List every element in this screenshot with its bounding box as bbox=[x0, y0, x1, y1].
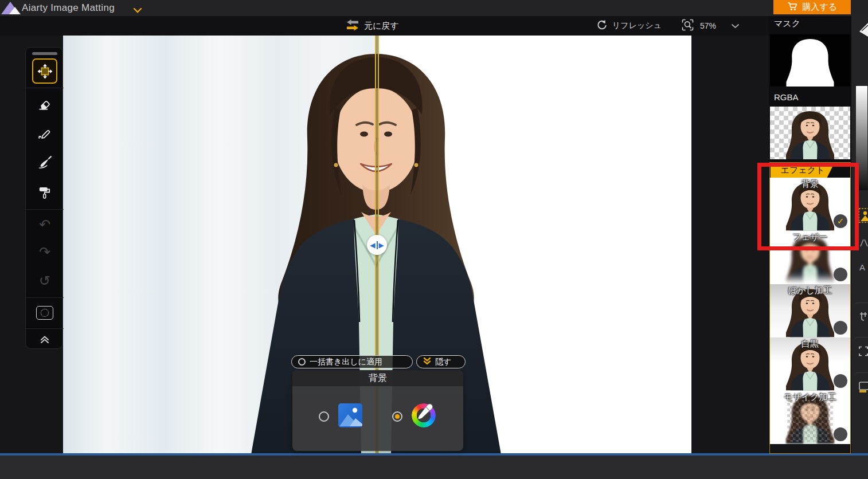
pen-icon bbox=[37, 126, 52, 141]
effect-badge[interactable] bbox=[834, 321, 847, 335]
reset-compare-button[interactable]: 元に戻す bbox=[346, 16, 399, 36]
eyedropper-icon bbox=[414, 403, 433, 425]
compare-slider-handle[interactable]: ◀ ▶ bbox=[367, 235, 387, 255]
tool-reset-history[interactable]: ↺ bbox=[26, 269, 64, 293]
partial-crop-icon[interactable] bbox=[859, 346, 868, 359]
apply-batch-label: 一括書き出しに適用 bbox=[310, 357, 382, 367]
double-chevron-up-icon bbox=[38, 335, 51, 344]
title-bar: Aiarty Image Matting 購入する bbox=[0, 0, 868, 16]
effect-badge[interactable] bbox=[834, 374, 847, 388]
zoom-control[interactable]: 57% bbox=[681, 16, 740, 36]
tool-divider bbox=[26, 209, 64, 210]
effects-list-footer bbox=[770, 444, 850, 454]
partial-slash-icon[interactable] bbox=[859, 238, 868, 250]
undo-icon: ↶ bbox=[39, 218, 50, 231]
color-background-radio[interactable] bbox=[392, 411, 402, 422]
effects-tab[interactable]: エフェクト bbox=[771, 162, 835, 178]
tool-divider bbox=[26, 88, 64, 88]
effect-item-background[interactable]: 背景 ✓ bbox=[770, 178, 850, 231]
double-chevron-down-icon bbox=[423, 357, 431, 367]
image-background-radio[interactable] bbox=[319, 411, 329, 422]
reset-history-icon: ↺ bbox=[39, 274, 50, 288]
hide-panel-button[interactable]: 隠す bbox=[416, 355, 466, 368]
partial-portrait-icon[interactable] bbox=[858, 207, 868, 226]
zoom-chevron-icon[interactable] bbox=[731, 21, 740, 30]
effect-label: モザイク加工 bbox=[770, 392, 850, 403]
redo-icon: ↷ bbox=[39, 245, 50, 259]
effect-badge[interactable] bbox=[834, 427, 847, 441]
effect-label: フェザー bbox=[770, 232, 850, 243]
apply-batch-export-toggle[interactable]: 一括書き出しに適用 bbox=[291, 355, 413, 368]
collapsed-side-strip: A bbox=[851, 16, 868, 456]
app-logo-icon bbox=[0, 1, 22, 18]
tool-panel-grip[interactable] bbox=[32, 52, 57, 55]
partial-canvas-icon[interactable] bbox=[859, 382, 868, 395]
effect-selected-badge[interactable]: ✓ bbox=[834, 214, 847, 228]
zoom-value: 57% bbox=[700, 21, 716, 30]
mask-thumbnail[interactable] bbox=[770, 34, 850, 87]
tool-panel: ↶ ↷ ↺ bbox=[25, 47, 63, 349]
tool-divider bbox=[26, 297, 64, 298]
partial-tool-icon[interactable] bbox=[859, 312, 868, 324]
cart-icon bbox=[787, 2, 797, 13]
color-picker-wheel[interactable] bbox=[410, 402, 437, 429]
buy-button[interactable]: 購入する bbox=[773, 0, 851, 14]
effect-label: 白黒 bbox=[770, 339, 850, 350]
layers-sidebar: マスク RGBA エフェクト 背景 ✓ フェザー ぼかし加工 白黒 bbox=[769, 16, 851, 456]
strip-section-divider bbox=[854, 372, 868, 378]
slider-left-triangle-icon: ◀ bbox=[370, 242, 375, 249]
eraser-icon bbox=[37, 97, 52, 112]
hide-panel-label: 隠す bbox=[435, 357, 451, 367]
apply-batch-radio[interactable] bbox=[298, 358, 306, 366]
paint-roller-icon bbox=[37, 184, 52, 199]
tool-selection[interactable] bbox=[26, 301, 64, 325]
effect-item-blur[interactable]: ぼかし加工 bbox=[770, 284, 850, 337]
refresh-label: リフレッシュ bbox=[612, 21, 662, 31]
buy-button-label: 購入する bbox=[802, 2, 837, 13]
effect-item-black-white[interactable]: 白黒 bbox=[770, 337, 850, 391]
swap-arrows-icon bbox=[346, 19, 359, 33]
image-background-icon[interactable] bbox=[338, 403, 362, 427]
opacity-gradient-slider[interactable] bbox=[856, 86, 867, 190]
strip-section-divider bbox=[854, 303, 868, 308]
tool-collapse-panel[interactable] bbox=[26, 331, 64, 348]
tool-redo[interactable]: ↷ bbox=[26, 240, 64, 264]
app-title: Aiarty Image Matting bbox=[22, 0, 115, 16]
selection-icon bbox=[36, 306, 53, 320]
refresh-button[interactable]: リフレッシュ bbox=[596, 16, 662, 36]
tool-brush[interactable] bbox=[26, 151, 64, 175]
effect-badge[interactable] bbox=[834, 268, 847, 281]
tool-paint-roller[interactable] bbox=[26, 180, 64, 204]
tool-move-transform[interactable] bbox=[26, 58, 64, 84]
strip-section-divider bbox=[854, 337, 868, 343]
effect-item-feather[interactable]: フェザー bbox=[770, 231, 850, 284]
background-settings-panel: 背景 bbox=[292, 370, 463, 451]
reset-compare-label: 元に戻す bbox=[364, 21, 399, 32]
effects-list: 背景 ✓ フェザー ぼかし加工 白黒 モザイク加工 bbox=[770, 178, 850, 444]
rgba-thumbnail[interactable] bbox=[770, 107, 850, 159]
brush-icon bbox=[37, 155, 52, 170]
rgba-section-title: RGBA bbox=[774, 92, 799, 102]
mask-section-title: マスク bbox=[774, 18, 800, 29]
tool-undo[interactable]: ↶ bbox=[26, 213, 64, 237]
partial-letter-icon[interactable]: A bbox=[859, 262, 865, 272]
effect-label: 背景 bbox=[770, 179, 850, 190]
magnifier-icon bbox=[681, 18, 694, 33]
slider-right-triangle-icon: ▶ bbox=[379, 242, 384, 249]
move-transform-icon bbox=[37, 64, 53, 79]
tool-eraser[interactable] bbox=[26, 92, 64, 116]
effect-item-mosaic[interactable]: モザイク加工 bbox=[770, 391, 850, 444]
partial-pen-icon[interactable] bbox=[858, 23, 868, 41]
canvas-toolbar: 元に戻す リフレッシュ 57% bbox=[0, 16, 769, 36]
app-menu-chevron-icon[interactable] bbox=[133, 5, 142, 15]
tool-divider bbox=[26, 328, 64, 329]
refresh-icon bbox=[596, 19, 608, 33]
effect-label: ぼかし加工 bbox=[770, 285, 850, 296]
background-panel-title: 背景 bbox=[292, 370, 463, 386]
slider-center-bar bbox=[377, 241, 378, 249]
selected-tool-highlight bbox=[32, 58, 57, 84]
bottom-bar: + 追加 画像全体 (8) / 33448526_m.jpg bbox=[0, 456, 868, 479]
tool-pen[interactable] bbox=[26, 121, 64, 146]
